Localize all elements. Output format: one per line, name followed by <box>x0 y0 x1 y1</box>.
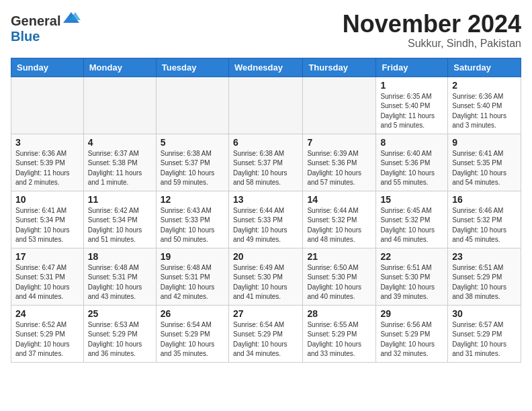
calendar-day-cell: 11Sunrise: 6:42 AM Sunset: 5:34 PM Dayli… <box>83 191 156 248</box>
day-number: 13 <box>233 194 298 205</box>
calendar-day-cell: 14Sunrise: 6:44 AM Sunset: 5:32 PM Dayli… <box>303 191 376 248</box>
day-number: 15 <box>380 194 443 205</box>
calendar-day-cell: 8Sunrise: 6:40 AM Sunset: 5:36 PM Daylig… <box>376 134 448 191</box>
day-number: 20 <box>233 251 298 262</box>
calendar-day-cell: 22Sunrise: 6:51 AM Sunset: 5:30 PM Dayli… <box>376 248 448 305</box>
day-info: Sunrise: 6:38 AM Sunset: 5:37 PM Dayligh… <box>233 149 298 188</box>
calendar-day-cell: 18Sunrise: 6:48 AM Sunset: 5:31 PM Dayli… <box>83 248 156 305</box>
day-number: 1 <box>380 80 443 91</box>
day-info: Sunrise: 6:54 AM Sunset: 5:29 PM Dayligh… <box>161 320 224 359</box>
day-info: Sunrise: 6:36 AM Sunset: 5:40 PM Dayligh… <box>452 92 517 131</box>
calendar-week-row: 17Sunrise: 6:47 AM Sunset: 5:31 PM Dayli… <box>11 248 521 305</box>
day-info: Sunrise: 6:49 AM Sunset: 5:30 PM Dayligh… <box>233 263 298 302</box>
calendar-day-cell: 24Sunrise: 6:52 AM Sunset: 5:29 PM Dayli… <box>11 305 84 362</box>
day-number: 2 <box>452 80 517 91</box>
day-info: Sunrise: 6:41 AM Sunset: 5:35 PM Dayligh… <box>452 149 517 188</box>
calendar-day-cell: 28Sunrise: 6:55 AM Sunset: 5:29 PM Dayli… <box>303 305 376 362</box>
day-number: 17 <box>15 251 79 262</box>
day-number: 28 <box>307 308 371 319</box>
calendar-day-cell: 9Sunrise: 6:41 AM Sunset: 5:35 PM Daylig… <box>448 134 521 191</box>
weekday-header-friday: Friday <box>376 58 448 77</box>
day-info: Sunrise: 6:55 AM Sunset: 5:29 PM Dayligh… <box>307 320 371 359</box>
day-number: 24 <box>15 308 79 319</box>
page-header: General Blue November 2024 Sukkur, Sindh… <box>11 11 521 50</box>
weekday-header-thursday: Thursday <box>303 58 376 77</box>
calendar-day-cell: 10Sunrise: 6:41 AM Sunset: 5:34 PM Dayli… <box>11 191 84 248</box>
day-number: 18 <box>88 251 152 262</box>
calendar-day-cell: 12Sunrise: 6:43 AM Sunset: 5:33 PM Dayli… <box>156 191 228 248</box>
calendar-week-row: 24Sunrise: 6:52 AM Sunset: 5:29 PM Dayli… <box>11 305 521 362</box>
day-number: 12 <box>161 194 224 205</box>
day-info: Sunrise: 6:40 AM Sunset: 5:36 PM Dayligh… <box>380 149 443 188</box>
day-info: Sunrise: 6:48 AM Sunset: 5:31 PM Dayligh… <box>161 263 224 302</box>
calendar-day-cell: 21Sunrise: 6:50 AM Sunset: 5:30 PM Dayli… <box>303 248 376 305</box>
calendar-day-cell: 27Sunrise: 6:54 AM Sunset: 5:29 PM Dayli… <box>228 305 302 362</box>
day-info: Sunrise: 6:51 AM Sunset: 5:29 PM Dayligh… <box>452 263 517 302</box>
title-block: November 2024 Sukkur, Sindh, Pakistan <box>343 11 521 50</box>
calendar-title: November 2024 <box>343 11 521 38</box>
calendar-day-cell <box>228 77 302 134</box>
day-info: Sunrise: 6:54 AM Sunset: 5:29 PM Dayligh… <box>233 320 298 359</box>
day-number: 30 <box>452 308 517 319</box>
day-number: 27 <box>233 308 298 319</box>
calendar-day-cell: 25Sunrise: 6:53 AM Sunset: 5:29 PM Dayli… <box>83 305 156 362</box>
logo-icon <box>62 11 81 26</box>
calendar-day-cell: 16Sunrise: 6:46 AM Sunset: 5:32 PM Dayli… <box>448 191 521 248</box>
calendar-day-cell: 7Sunrise: 6:39 AM Sunset: 5:36 PM Daylig… <box>303 134 376 191</box>
day-number: 11 <box>88 194 152 205</box>
calendar-day-cell: 30Sunrise: 6:57 AM Sunset: 5:29 PM Dayli… <box>448 305 521 362</box>
day-number: 6 <box>233 137 298 148</box>
day-info: Sunrise: 6:39 AM Sunset: 5:36 PM Dayligh… <box>307 149 371 188</box>
calendar-day-cell: 5Sunrise: 6:38 AM Sunset: 5:37 PM Daylig… <box>156 134 228 191</box>
day-number: 21 <box>307 251 371 262</box>
day-info: Sunrise: 6:38 AM Sunset: 5:37 PM Dayligh… <box>161 149 224 188</box>
day-number: 23 <box>452 251 517 262</box>
day-info: Sunrise: 6:51 AM Sunset: 5:30 PM Dayligh… <box>380 263 443 302</box>
day-info: Sunrise: 6:35 AM Sunset: 5:40 PM Dayligh… <box>380 92 443 131</box>
day-info: Sunrise: 6:46 AM Sunset: 5:32 PM Dayligh… <box>452 206 517 245</box>
logo-general-text: General <box>11 13 60 29</box>
weekday-header-tuesday: Tuesday <box>156 58 228 77</box>
calendar-day-cell: 13Sunrise: 6:44 AM Sunset: 5:33 PM Dayli… <box>228 191 302 248</box>
calendar-day-cell: 29Sunrise: 6:56 AM Sunset: 5:29 PM Dayli… <box>376 305 448 362</box>
day-number: 7 <box>307 137 371 148</box>
day-number: 8 <box>380 137 443 148</box>
day-number: 16 <box>452 194 517 205</box>
calendar-day-cell: 15Sunrise: 6:45 AM Sunset: 5:32 PM Dayli… <box>376 191 448 248</box>
day-number: 5 <box>161 137 224 148</box>
weekday-header-wednesday: Wednesday <box>228 58 302 77</box>
calendar-day-cell: 2Sunrise: 6:36 AM Sunset: 5:40 PM Daylig… <box>448 77 521 134</box>
day-info: Sunrise: 6:42 AM Sunset: 5:34 PM Dayligh… <box>88 206 152 245</box>
day-info: Sunrise: 6:47 AM Sunset: 5:31 PM Dayligh… <box>15 263 79 302</box>
day-number: 22 <box>380 251 443 262</box>
day-info: Sunrise: 6:48 AM Sunset: 5:31 PM Dayligh… <box>88 263 152 302</box>
calendar-day-cell: 20Sunrise: 6:49 AM Sunset: 5:30 PM Dayli… <box>228 248 302 305</box>
calendar-day-cell: 1Sunrise: 6:35 AM Sunset: 5:40 PM Daylig… <box>376 77 448 134</box>
day-info: Sunrise: 6:52 AM Sunset: 5:29 PM Dayligh… <box>15 320 79 359</box>
day-info: Sunrise: 6:43 AM Sunset: 5:33 PM Dayligh… <box>161 206 224 245</box>
logo: General Blue <box>11 11 81 44</box>
calendar-location: Sukkur, Sindh, Pakistan <box>343 38 521 50</box>
calendar-week-row: 3Sunrise: 6:36 AM Sunset: 5:39 PM Daylig… <box>11 134 521 191</box>
day-info: Sunrise: 6:36 AM Sunset: 5:39 PM Dayligh… <box>15 149 79 188</box>
calendar-day-cell <box>156 77 228 134</box>
calendar-day-cell <box>11 77 84 134</box>
calendar-day-cell: 3Sunrise: 6:36 AM Sunset: 5:39 PM Daylig… <box>11 134 84 191</box>
calendar-day-cell: 23Sunrise: 6:51 AM Sunset: 5:29 PM Dayli… <box>448 248 521 305</box>
day-number: 26 <box>161 308 224 319</box>
calendar-day-cell: 4Sunrise: 6:37 AM Sunset: 5:38 PM Daylig… <box>83 134 156 191</box>
calendar-week-row: 1Sunrise: 6:35 AM Sunset: 5:40 PM Daylig… <box>11 77 521 134</box>
day-number: 4 <box>88 137 152 148</box>
calendar-day-cell <box>83 77 156 134</box>
day-info: Sunrise: 6:56 AM Sunset: 5:29 PM Dayligh… <box>380 320 443 359</box>
day-number: 25 <box>88 308 152 319</box>
calendar-week-row: 10Sunrise: 6:41 AM Sunset: 5:34 PM Dayli… <box>11 191 521 248</box>
day-info: Sunrise: 6:57 AM Sunset: 5:29 PM Dayligh… <box>452 320 517 359</box>
day-info: Sunrise: 6:41 AM Sunset: 5:34 PM Dayligh… <box>15 206 79 245</box>
day-number: 14 <box>307 194 371 205</box>
weekday-header-monday: Monday <box>83 58 156 77</box>
calendar-day-cell <box>303 77 376 134</box>
day-number: 10 <box>15 194 79 205</box>
day-info: Sunrise: 6:45 AM Sunset: 5:32 PM Dayligh… <box>380 206 443 245</box>
day-number: 29 <box>380 308 443 319</box>
